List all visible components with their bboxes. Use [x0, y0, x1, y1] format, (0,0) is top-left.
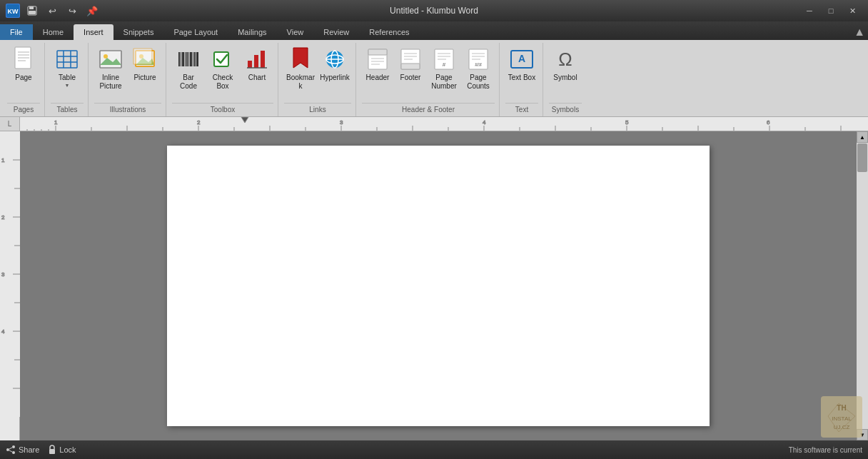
svg-rect-22 — [178, 52, 180, 66]
svg-rect-3 — [29, 6, 34, 9]
ribbon-group-tables: Table ▼ Tables — [46, 43, 89, 116]
bookmark-icon — [288, 46, 313, 72]
svg-rect-26 — [186, 52, 188, 66]
page-number-icon: # — [431, 46, 457, 72]
tab-home[interactable]: Home — [33, 24, 74, 40]
svg-rect-15 — [100, 51, 121, 68]
svg-text:3: 3 — [340, 119, 343, 126]
close-button[interactable]: ✕ — [842, 4, 862, 18]
tables-group-label: Tables — [51, 103, 84, 116]
hyperlink-button[interactable]: Hyperlink — [318, 44, 351, 96]
titlebar: KW ↩ ↪ 📌 Untitled - Klumbu Word ─ □ ✕ — [0, 0, 868, 21]
redo-qat-button[interactable]: ↪ — [64, 4, 80, 18]
lock-icon — [48, 445, 56, 455]
tab-review[interactable]: Review — [313, 24, 359, 40]
statusbar-left: Share Lock — [6, 445, 76, 455]
text-group-label: Text — [505, 103, 538, 116]
maximize-button[interactable]: □ — [821, 4, 841, 18]
svg-text:#: # — [443, 61, 446, 68]
svg-rect-65 — [20, 117, 868, 131]
header-icon — [365, 46, 390, 72]
vertical-ruler: 1 2 3 4 — [0, 131, 20, 440]
lock-button[interactable]: Lock — [48, 445, 76, 455]
svg-text:4: 4 — [1, 328, 5, 335]
symbol-button[interactable]: Ω Symbol — [549, 44, 582, 96]
chart-button[interactable]: Chart — [241, 44, 273, 96]
document-page[interactable] — [167, 146, 710, 426]
svg-rect-27 — [188, 52, 189, 66]
collapse-ribbon-button[interactable]: ▲ — [854, 26, 865, 39]
vertical-scrollbar[interactable]: ▲ ▼ — [857, 131, 868, 440]
svg-text:A: A — [518, 53, 525, 64]
footer-label: Footer — [400, 74, 421, 82]
toolbox-group-label: Toolbox — [172, 103, 273, 116]
page-icon — [11, 46, 36, 72]
svg-rect-34 — [254, 55, 258, 68]
svg-rect-42 — [368, 49, 387, 55]
app-title: Untitled - Klumbu Word — [390, 6, 478, 16]
share-button[interactable]: Share — [6, 445, 39, 455]
tab-page-layout[interactable]: Page Layout — [163, 24, 228, 40]
text-box-button[interactable]: A Text Box — [505, 44, 538, 96]
check-box-label: Check Box — [208, 74, 238, 91]
ribbon-group-toolbox: Bar Code Check Box Chart Toolbox — [168, 43, 278, 116]
ribbon-group-symbols: Ω Symbol Symbols — [545, 43, 586, 116]
check-box-button[interactable]: Check Box — [206, 44, 239, 96]
picture-button[interactable]: Picture — [128, 44, 161, 96]
header-label: Header — [366, 74, 390, 82]
pin-qat-button[interactable]: 📌 — [84, 4, 100, 18]
pages-group-label: Pages — [7, 103, 40, 116]
page-count-button[interactable]: #/# Page Counts — [462, 44, 495, 96]
illustrations-group-label: Illustrations — [94, 103, 161, 116]
textbox-icon: A — [509, 46, 535, 72]
symbol-icon: Ω — [552, 46, 578, 72]
header-footer-group-label: Header & Footer — [362, 103, 495, 116]
bookmark-label: Bookmark — [286, 74, 316, 91]
window-controls: ─ □ ✕ — [799, 4, 862, 18]
picture-label: Picture — [133, 74, 156, 82]
statusbar: Share Lock This software is current — [0, 440, 868, 459]
scroll-up-button[interactable]: ▲ — [857, 131, 868, 143]
page-number-button[interactable]: # Page Number — [428, 44, 460, 96]
svg-text:#/#: #/# — [475, 62, 482, 67]
page-count-label: Page Counts — [463, 74, 493, 91]
tab-file[interactable]: File — [0, 24, 33, 40]
tab-snippets[interactable]: Snippets — [113, 24, 164, 40]
scroll-thumb[interactable] — [857, 143, 867, 172]
tab-references[interactable]: References — [359, 24, 419, 40]
svg-rect-21 — [133, 49, 152, 64]
tab-insert[interactable]: Insert — [74, 24, 113, 40]
svg-text:KW: KW — [8, 8, 19, 15]
page-button[interactable]: Page — [7, 44, 40, 96]
titlebar-left: KW ↩ ↪ 📌 — [6, 4, 100, 18]
bar-code-button[interactable]: Bar Code — [172, 44, 205, 96]
svg-text:2: 2 — [1, 214, 5, 221]
svg-text:3: 3 — [1, 271, 5, 278]
ribbon-tabs: File Home Insert Snippets Page Layout Ma… — [0, 21, 868, 40]
ribbon-group-pages: Page Pages — [3, 43, 45, 116]
table-button[interactable]: Table ▼ — [51, 44, 84, 96]
svg-rect-35 — [261, 51, 265, 68]
minimize-button[interactable]: ─ — [799, 4, 819, 18]
document-area[interactable] — [20, 131, 857, 440]
header-button[interactable]: Header — [362, 44, 393, 96]
ribbon-group-header-footer: Header Footer # Page Number #/# Page Cou… — [358, 43, 500, 116]
share-icon — [6, 445, 16, 455]
text-box-label: Text Box — [508, 74, 535, 82]
hyperlink-label: Hyperlink — [320, 74, 350, 82]
footer-button[interactable]: Footer — [395, 44, 426, 96]
tab-view[interactable]: View — [277, 24, 314, 40]
tab-mailings[interactable]: Mailings — [228, 24, 276, 40]
svg-point-114 — [12, 445, 15, 448]
save-qat-button[interactable] — [24, 4, 40, 18]
inline-picture-label: Inline Picture — [96, 74, 126, 91]
chart-icon — [244, 46, 270, 72]
svg-rect-10 — [57, 51, 77, 68]
undo-qat-button[interactable]: ↩ — [44, 4, 60, 18]
page-number-label: Page Number — [429, 74, 459, 91]
scroll-track[interactable] — [857, 143, 868, 429]
bookmark-button[interactable]: Bookmark — [284, 44, 317, 96]
inline-picture-button[interactable]: Inline Picture — [94, 44, 127, 96]
svg-rect-33 — [248, 61, 252, 68]
table-icon — [54, 46, 80, 72]
